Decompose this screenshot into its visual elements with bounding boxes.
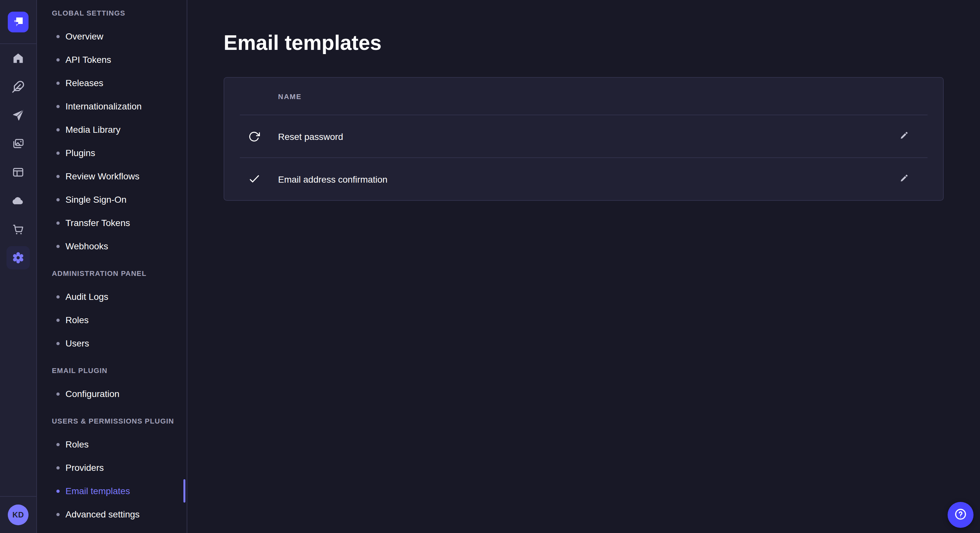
bullet-icon (56, 443, 60, 446)
sidebar-item-email-templates[interactable]: Email templates (37, 479, 187, 503)
feather-icon[interactable] (6, 75, 30, 98)
sidebar-item-admin-users[interactable]: Users (37, 332, 187, 355)
bullet-icon (56, 198, 60, 201)
question-mark-icon (953, 507, 968, 523)
sidebar-item-review-workflows[interactable]: Review Workflows (37, 165, 187, 188)
bullet-icon (56, 81, 60, 84)
bullet-icon (56, 342, 60, 345)
section-header: ADMINISTRATION PANEL (52, 268, 187, 279)
edit-button[interactable] (896, 128, 912, 144)
section-header: USERS & PERMISSIONS PLUGIN (52, 416, 187, 426)
sidebar-item-email-configuration[interactable]: Configuration (37, 382, 187, 405)
pencil-icon (899, 130, 909, 143)
check-icon (248, 173, 261, 186)
bullet-icon (56, 151, 60, 154)
edit-button[interactable] (896, 171, 912, 187)
bullet-icon (56, 512, 60, 516)
bullet-icon (56, 35, 60, 38)
shopping-cart-icon[interactable] (6, 217, 30, 241)
sidebar-item-internationalization[interactable]: Internationalization (37, 95, 187, 118)
template-name: Reset password (278, 131, 343, 141)
sidebar-item-overview[interactable]: Overview (37, 25, 187, 48)
settings-subnav: GLOBAL SETTINGS Overview API Tokens Rele… (37, 0, 187, 533)
bullet-icon (56, 58, 60, 61)
strapi-logo[interactable] (8, 11, 29, 32)
page-title: Email templates (224, 30, 944, 56)
bullet-icon (56, 295, 60, 298)
active-indicator (183, 479, 185, 503)
bullet-icon (56, 244, 60, 248)
logo-section (0, 0, 36, 44)
bullet-icon (56, 174, 60, 178)
bullet-icon (56, 318, 60, 322)
template-name: Email address confirmation (278, 174, 388, 184)
settings-gear-icon[interactable] (6, 246, 30, 270)
column-header-name: NAME (278, 92, 302, 100)
layout-icon[interactable] (6, 160, 30, 184)
sidebar-item-media-library[interactable]: Media Library (37, 118, 187, 141)
rail-icon-list (6, 44, 30, 272)
main-nav-rail: KD (0, 0, 37, 533)
section-header: GLOBAL SETTINGS (52, 8, 187, 18)
strapi-admin-app: KD GLOBAL SETTINGS Overview API Tokens R… (0, 0, 980, 533)
main-content: Email templates NAME Reset password (187, 0, 980, 533)
subnav-section-global-settings: GLOBAL SETTINGS Overview API Tokens Rele… (52, 8, 187, 258)
bullet-icon (56, 392, 60, 395)
sidebar-item-plugins[interactable]: Plugins (37, 141, 187, 165)
sidebar-item-api-tokens[interactable]: API Tokens (37, 48, 187, 71)
sidebar-item-transfer-tokens[interactable]: Transfer Tokens (37, 211, 187, 235)
subnav-section-users-permissions-plugin: USERS & PERMISSIONS PLUGIN Roles Provide… (52, 416, 187, 526)
help-button[interactable] (948, 502, 974, 528)
bullet-icon (56, 466, 60, 469)
pencil-icon (899, 173, 909, 185)
email-templates-table: NAME Reset password (224, 77, 944, 201)
paper-plane-icon[interactable] (6, 104, 30, 127)
sidebar-item-audit-logs[interactable]: Audit Logs (37, 285, 187, 308)
cloud-icon[interactable] (6, 189, 30, 213)
subnav-section-email-plugin: EMAIL PLUGIN Configuration (52, 365, 187, 405)
section-header: EMAIL PLUGIN (52, 365, 187, 376)
user-avatar[interactable]: KD (8, 504, 29, 525)
refresh-icon (248, 130, 261, 143)
home-icon[interactable] (6, 47, 30, 70)
bullet-icon (56, 128, 60, 131)
table-header-row: NAME (224, 78, 943, 115)
sidebar-item-admin-roles[interactable]: Roles (37, 308, 187, 332)
sidebar-item-advanced-settings[interactable]: Advanced settings (37, 503, 187, 526)
table-row-reset-password[interactable]: Reset password (224, 115, 943, 157)
rail-footer: KD (0, 496, 36, 533)
media-library-icon[interactable] (6, 132, 30, 155)
sidebar-item-providers[interactable]: Providers (37, 456, 187, 479)
sidebar-item-up-roles[interactable]: Roles (37, 433, 187, 456)
table-row-email-address-confirmation[interactable]: Email address confirmation (224, 158, 943, 200)
sidebar-item-releases[interactable]: Releases (37, 71, 187, 95)
bullet-icon (56, 105, 60, 108)
bullet-icon (56, 221, 60, 224)
sidebar-item-webhooks[interactable]: Webhooks (37, 235, 187, 258)
bullet-icon (56, 489, 60, 493)
subnav-section-administration-panel: ADMINISTRATION PANEL Audit Logs Roles Us… (52, 268, 187, 355)
sidebar-item-single-sign-on[interactable]: Single Sign-On (37, 188, 187, 211)
